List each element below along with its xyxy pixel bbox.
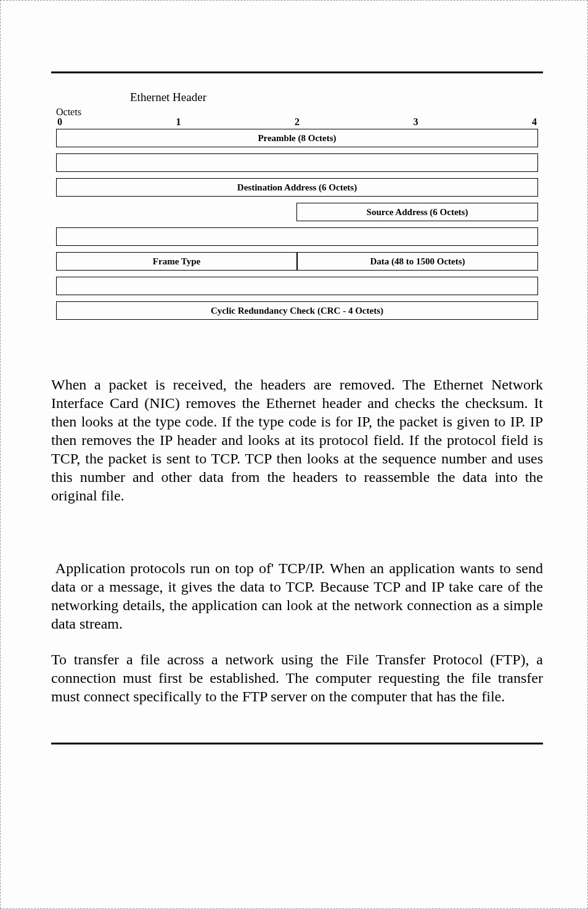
- row-spacer-1: [56, 153, 538, 172]
- cell-preamble: Preamble (8 Octets): [56, 129, 538, 147]
- cell-blank: [56, 153, 538, 172]
- scale-3: 3: [414, 116, 419, 128]
- row-crc: Cyclic Redundancy Check (CRC - 4 Octets): [56, 301, 538, 320]
- paragraph-1: When a packet is received, the headers a…: [51, 375, 543, 505]
- octet-scale: 0 1 2 3 4: [56, 116, 538, 128]
- row-frametype-data: Frame Type Data (48 to 1500 Octets): [56, 252, 538, 271]
- scale-1: 1: [176, 116, 181, 128]
- paragraph-2: Application protocols run on top of' TCP…: [51, 559, 543, 633]
- cell-blank-left: [56, 203, 296, 221]
- row-spacer-3: [56, 277, 538, 295]
- bottom-rule: [51, 743, 543, 744]
- ethernet-header-diagram: Ethernet Header Octets 0 1 2 3 4 Preambl…: [56, 91, 538, 320]
- cell-blank: [56, 227, 538, 246]
- row-dest-addr: Destination Address (6 Octets): [56, 178, 538, 197]
- cell-blank: [56, 277, 538, 295]
- row-spacer-2: [56, 227, 538, 246]
- cell-crc: Cyclic Redundancy Check (CRC - 4 Octets): [56, 301, 538, 320]
- cell-data: Data (48 to 1500 Octets): [297, 252, 538, 271]
- diagram-title: Ethernet Header: [130, 91, 538, 104]
- paragraph-gap: [51, 522, 543, 559]
- body-text: When a packet is received, the headers a…: [51, 375, 543, 706]
- scale-0: 0: [57, 116, 62, 128]
- scale-4: 4: [532, 116, 537, 128]
- cell-src-addr: Source Address (6 Octets): [296, 203, 538, 221]
- cell-frame-type: Frame Type: [56, 252, 297, 271]
- top-rule: [51, 71, 543, 73]
- scale-2: 2: [295, 116, 300, 128]
- page-content: Ethernet Header Octets 0 1 2 3 4 Preambl…: [1, 1, 587, 781]
- paragraph-3: To transfer a file across a network usin…: [51, 650, 543, 706]
- row-src-addr: Source Address (6 Octets): [56, 203, 538, 221]
- row-preamble: Preamble (8 Octets): [56, 129, 538, 147]
- cell-dest-addr: Destination Address (6 Octets): [56, 178, 538, 197]
